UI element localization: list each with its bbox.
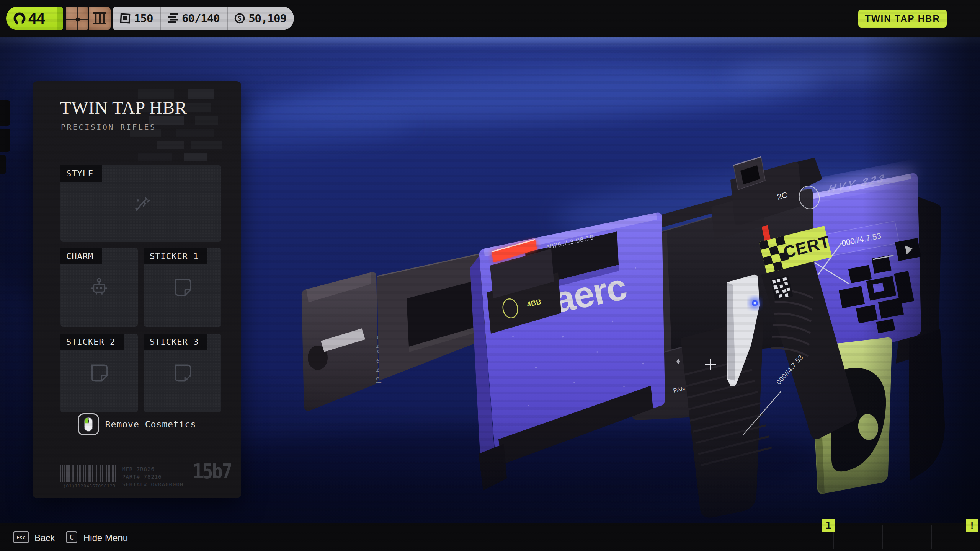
edge-tab	[0, 129, 10, 152]
bottombar-divider	[662, 525, 662, 549]
robot-charm-icon	[88, 276, 110, 298]
glitch-glyph: 15b7	[193, 460, 231, 483]
sticker-icon	[89, 363, 109, 383]
contestant-icon	[12, 11, 27, 26]
currency-stat: S 50,109	[228, 7, 294, 30]
esc-keycap: Esc	[13, 531, 29, 543]
mail-notification-badge: 1	[822, 519, 835, 532]
rank-crosshair-tile	[66, 7, 88, 30]
bottombar-divider	[882, 525, 883, 549]
equipped-weapon-label: TWIN TAP HBR	[865, 13, 940, 24]
items-count: 150	[134, 12, 153, 25]
remove-cosmetics-button[interactable]: Remove Cosmetics	[33, 413, 241, 435]
manufacturer-info: MFR 7R826 PART# 78216 SERIAL# OVRA00000	[122, 465, 183, 488]
sticker-3-slot[interactable]: STICKER 3	[144, 334, 221, 412]
barcode	[60, 465, 118, 482]
manufacturer-plate: (01)11204567090123 MFR 7R826 PART# 78216…	[33, 465, 241, 495]
items-stat: 150	[113, 7, 160, 30]
rank-tiles: III	[66, 7, 111, 30]
sticker-icon	[172, 363, 193, 383]
edge-tab	[0, 155, 6, 174]
cube-icon	[119, 13, 131, 24]
weapon-title: TWIN TAP HBR	[60, 97, 187, 118]
cosmetics-panel: TWIN TAP HBR PRECISION RIFLES STYLE CHAR…	[33, 81, 241, 498]
charm-slot[interactable]: CHARM	[60, 248, 138, 327]
wand-icon	[131, 194, 151, 214]
style-slot-label: STYLE	[60, 165, 102, 182]
battle-pass-progress: 60/140	[182, 12, 220, 25]
resources-pill: 150 60/140 S 50,109	[113, 7, 294, 30]
part-line: PART# 78216	[122, 473, 183, 481]
barcode-caption: (01)11204567090123	[63, 484, 116, 489]
weapon-category: PRECISION RIFLES	[61, 122, 156, 132]
crosshair-icon	[66, 7, 88, 30]
svg-text:S: S	[238, 15, 242, 22]
remove-cosmetics-label: Remove Cosmetics	[105, 419, 196, 429]
mouse-icon	[83, 417, 94, 432]
equipped-weapon-button[interactable]: TWIN TAP HBR	[858, 10, 947, 28]
battle-pass-stat: 60/140	[161, 7, 227, 30]
mouse-bracket	[78, 413, 99, 435]
top-hud-bar: 44 III	[0, 0, 980, 37]
tier-icon	[92, 11, 108, 26]
level-progress-endcap	[57, 7, 63, 30]
sticker-1-slot[interactable]: STICKER 1	[144, 248, 221, 327]
charm-slot-label: CHARM	[60, 248, 102, 264]
sticker-3-slot-label: STICKER 3	[144, 334, 207, 350]
weapon-customization-screen: HVY 323 000//4.7.53	[0, 0, 980, 551]
player-level: 44	[28, 10, 45, 27]
layers-icon	[167, 13, 179, 24]
style-slot[interactable]: STYLE	[60, 165, 221, 242]
bottombar-divider	[748, 525, 748, 549]
sticker-1-slot-label: STICKER 1	[144, 248, 207, 264]
alert-notification-badge: !	[966, 519, 978, 532]
rank-tier-tile: III	[89, 7, 111, 30]
back-button[interactable]: Back	[34, 533, 55, 543]
coin-icon: S	[234, 13, 245, 24]
sticker-icon	[172, 277, 193, 298]
serial-line: SERIAL# OVRA00000	[122, 481, 183, 488]
player-level-badge: 44	[6, 7, 63, 30]
currency-amount: 50,109	[248, 12, 286, 25]
sticker-2-slot[interactable]: STICKER 2	[60, 334, 138, 412]
bottombar-divider	[931, 525, 932, 549]
c-keycap: C	[66, 531, 77, 543]
sticker-2-slot-label: STICKER 2	[60, 334, 124, 350]
mfr-line: MFR 7R826	[122, 465, 183, 473]
edge-tab	[0, 100, 10, 126]
hide-menu-button[interactable]: Hide Menu	[83, 533, 128, 543]
